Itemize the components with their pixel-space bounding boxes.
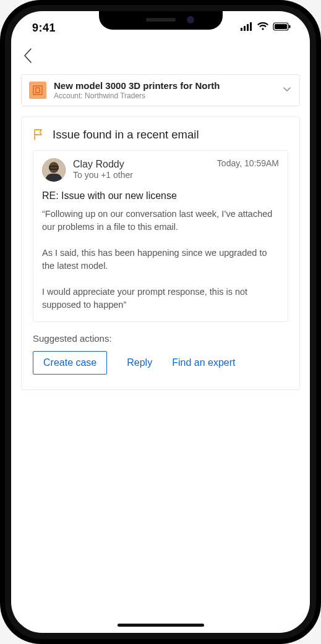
side-button-vol-down [0,179,2,216]
create-case-button[interactable]: Create case [33,351,107,375]
svg-rect-1 [244,26,246,31]
phone-frame: 9:41 [0,0,321,644]
context-subtitle-value: Northwind Traders [85,91,145,100]
battery-icon [273,22,291,33]
svg-rect-8 [36,88,40,93]
context-subtitle-prefix: Account: [54,91,83,100]
cellular-signal-icon [241,22,253,33]
status-time: 9:41 [32,22,56,35]
opportunity-icon [29,82,46,99]
wifi-icon [257,22,269,33]
email-timestamp: Today, 10:59AM [217,158,279,168]
email-body: “Following up on our conversation last w… [42,208,279,311]
avatar [42,158,66,182]
svg-rect-2 [247,24,249,31]
email-preview-card[interactable]: Clay Roddy To you +1 other Today, 10:59A… [33,150,288,322]
context-subtitle: Account: Northwind Traders [54,91,275,100]
flag-icon [33,129,45,141]
find-expert-button[interactable]: Find an expert [172,357,235,368]
email-sender: Clay Roddy [73,158,210,170]
issue-card: Issue found in a recent email [21,116,300,390]
suggested-actions-label: Suggested actions: [33,333,288,344]
context-title: New model 3000 3D printers for North [54,80,275,91]
reply-button[interactable]: Reply [127,357,152,368]
side-button-vol-up [0,133,2,170]
chevron-left-icon [22,47,33,64]
svg-rect-0 [241,28,242,31]
suggested-actions-row: Create case Reply Find an expert [33,351,288,375]
context-record-card[interactable]: New model 3000 3D printers for North Acc… [21,74,300,106]
back-button[interactable] [20,44,36,69]
svg-rect-3 [250,22,252,31]
screen: 9:41 [11,11,310,633]
status-icons [241,22,291,33]
svg-rect-5 [275,24,287,29]
issue-card-header: Issue found in a recent email [33,128,288,142]
nav-bar [11,40,310,74]
svg-rect-7 [33,86,42,95]
svg-rect-12 [46,174,62,182]
chevron-down-icon [282,84,292,96]
email-subject: RE: Issue with our new license [42,190,279,201]
email-recipients: To you +1 other [73,170,210,180]
home-indicator[interactable] [118,624,204,627]
side-button-silence [0,99,2,117]
issue-card-title: Issue found in a recent email [53,128,199,142]
svg-rect-6 [289,25,291,28]
notch [99,11,223,30]
